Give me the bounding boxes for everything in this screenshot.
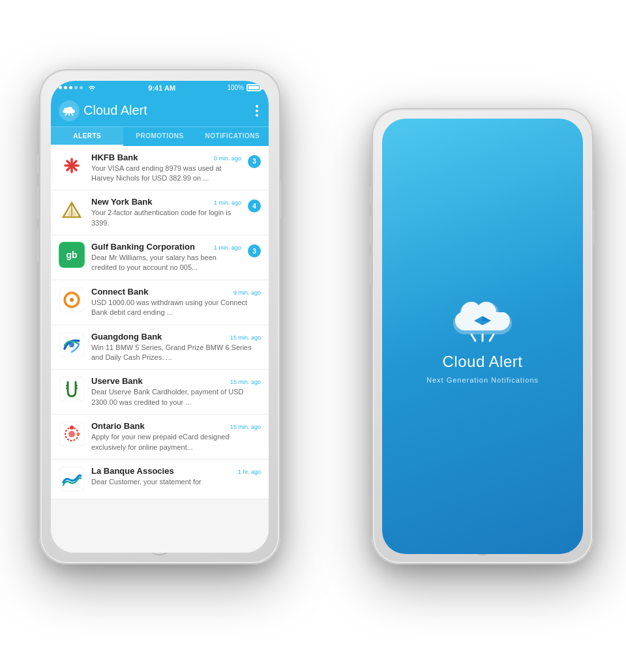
svg-rect-17 <box>59 377 84 402</box>
alert-time-userve: 15 min. ago <box>230 379 261 385</box>
screen-left: 9:41 AM 100% <box>51 81 269 553</box>
labanque-icon <box>59 467 84 491</box>
svg-point-25 <box>70 426 74 430</box>
logo-connect <box>59 287 85 313</box>
menu-dot-1 <box>256 105 258 108</box>
alert-text-guangdong: Win 11 BMW 5 Series, Grand Prize BMW 6 S… <box>91 343 261 363</box>
app-screen: 9:41 AM 100% <box>51 81 269 553</box>
bank-name-hkfb: HKFB Bank <box>91 153 138 162</box>
alert-content-connect: Connect Bank 9 min. ago USD 1000.00 was … <box>91 287 261 318</box>
bank-name-nybk: New York Bank <box>91 197 152 207</box>
svg-point-24 <box>68 431 75 437</box>
alert-item-connect[interactable]: Connect Bank 9 min. ago USD 1000.00 was … <box>51 280 269 325</box>
menu-dot-3 <box>256 114 258 117</box>
wifi-icon <box>87 85 97 91</box>
alert-text-connect: USD 1000.00 was withdrawn using your Con… <box>91 298 261 318</box>
alert-header-ontario: Ontario Bank 15 min. ago <box>91 421 261 431</box>
logo-hkfb <box>59 153 85 179</box>
scene: 9:41 AM 100% <box>20 17 606 656</box>
tab-promotions[interactable]: PROMOTIONS <box>123 127 196 146</box>
status-right: 100% <box>227 84 261 91</box>
userve-icon <box>59 377 84 402</box>
alert-text-labanque: Dear Customer, your statement for <box>91 477 261 487</box>
tab-alerts[interactable]: ALERTS <box>51 127 123 146</box>
signal-dot-5 <box>80 86 83 89</box>
alert-badge-nybk: 4 <box>248 199 261 212</box>
alert-text-gulf: Dear Mr Williams, your salary has been c… <box>91 253 241 273</box>
alert-item-userve[interactable]: Userve Bank 15 min. ago Dear Userve Bank… <box>51 370 269 415</box>
volume-up-button <box>37 186 40 219</box>
app-logo-icon <box>59 100 80 121</box>
logo-nybk <box>59 197 85 223</box>
status-bar: 9:41 AM 100% <box>51 81 269 95</box>
svg-line-19 <box>67 387 68 388</box>
alert-time-hkfb: 0 min. ago <box>214 155 241 162</box>
alert-content-nybk: New York Bank 1 min. ago Your 2-factor a… <box>91 197 241 228</box>
svg-point-26 <box>77 433 80 436</box>
alert-time-gulf: 1 min. ago <box>214 244 241 251</box>
alert-item-guangdong[interactable]: Guangdong Bank 15 min. ago Win 11 BMW 5 … <box>51 325 269 370</box>
alert-content-guangdong: Guangdong Bank 15 min. ago Win 11 BMW 5 … <box>91 332 261 363</box>
alert-item-hkfb[interactable]: HKFB Bank 0 min. ago Your VISA card endi… <box>51 146 269 191</box>
alert-item-gulf[interactable]: gb Gulf Banking Corporation 1 min. ago D… <box>51 235 269 280</box>
alert-badge-hkfb: 3 <box>248 155 261 168</box>
tab-notifications[interactable]: NOTIFICATIONS <box>196 127 269 146</box>
bank-name-ontario: Ontario Bank <box>91 421 145 431</box>
alert-item-nybk[interactable]: New York Bank 1 min. ago Your 2-factor a… <box>51 190 269 235</box>
ontario-icon <box>59 422 84 446</box>
alert-text-userve: Dear Userve Bank Cardholder, payment of … <box>91 387 261 407</box>
alert-header-labanque: La Banque Associes 1 hr. ago <box>91 466 261 476</box>
alert-content-hkfb: HKFB Bank 0 min. ago Your VISA card endi… <box>91 153 241 184</box>
svg-line-18 <box>67 385 68 386</box>
alert-header-userve: Userve Bank 15 min. ago <box>91 376 261 386</box>
alert-time-labanque: 1 hr. ago <box>238 469 261 475</box>
svg-point-16 <box>69 342 74 347</box>
status-time: 9:41 AM <box>148 84 175 92</box>
power-button <box>280 180 282 219</box>
screen-right: Cloud Alert Next Generation Notification… <box>382 119 583 554</box>
alert-header-guangdong: Guangdong Bank 15 min. ago <box>91 332 261 342</box>
app-tabs: ALERTS PROMOTIONS NOTIFICATIONS <box>51 126 269 146</box>
logo-guangdong <box>59 332 85 358</box>
alert-item-ontario[interactable]: Ontario Bank 15 min. ago Apply for your … <box>51 415 269 460</box>
bank-name-guangdong: Guangdong Bank <box>91 332 162 342</box>
splash-logo-wrap: Cloud Alert Next Generation Notification… <box>426 289 539 384</box>
signal-dot-1 <box>59 86 62 89</box>
menu-dot-2 <box>256 110 258 112</box>
volume-down-button <box>37 229 40 261</box>
svg-line-21 <box>76 387 77 388</box>
alert-content-ontario: Ontario Bank 15 min. ago Apply for your … <box>91 421 261 452</box>
logo-ontario <box>59 421 85 447</box>
signal-dot-3 <box>69 86 72 89</box>
alert-text-ontario: Apply for your new prepaid eCard designe… <box>91 432 261 452</box>
alert-content-userve: Userve Bank 15 min. ago Dear Userve Bank… <box>91 376 261 407</box>
splash-subtitle: Next Generation Notifications <box>426 376 539 384</box>
phone-left: 9:41 AM 100% <box>39 69 280 564</box>
connect-icon <box>59 287 84 312</box>
svg-line-30 <box>490 334 494 341</box>
app-logo: Cloud Alert <box>59 100 147 121</box>
alert-item-labanque[interactable]: La Banque Associes 1 hr. ago Dear Custom… <box>51 460 269 499</box>
alert-time-ontario: 15 min. ago <box>230 424 261 430</box>
svg-point-14 <box>70 298 74 302</box>
alert-list: HKFB Bank 0 min. ago Your VISA card endi… <box>51 146 269 553</box>
gulf-icon: gb <box>59 242 84 267</box>
alert-time-connect: 9 min. ago <box>233 289 261 296</box>
svg-line-20 <box>76 385 77 386</box>
splash-title: Cloud Alert <box>443 353 523 371</box>
splash-logo-icon <box>447 289 518 347</box>
guangdong-icon <box>59 332 84 357</box>
alert-header-hkfb: HKFB Bank 0 min. ago <box>91 153 241 162</box>
volume-down-right <box>370 255 372 284</box>
bank-name-connect: Connect Bank <box>91 287 148 297</box>
battery-percent: 100% <box>227 84 244 91</box>
logo-gulf: gb <box>59 242 85 268</box>
menu-button[interactable] <box>253 102 261 119</box>
phone-right: Cloud Alert Next Generation Notification… <box>372 108 593 564</box>
alert-text-nybk: Your 2-factor authentication code for lo… <box>91 208 241 228</box>
alert-time-nybk: 1 min. ago <box>214 199 241 206</box>
alert-header-connect: Connect Bank 9 min. ago <box>91 287 261 297</box>
alert-content-labanque: La Banque Associes 1 hr. ago Dear Custom… <box>91 466 261 487</box>
svg-line-28 <box>471 334 475 341</box>
bank-name-userve: Userve Bank <box>91 376 143 386</box>
